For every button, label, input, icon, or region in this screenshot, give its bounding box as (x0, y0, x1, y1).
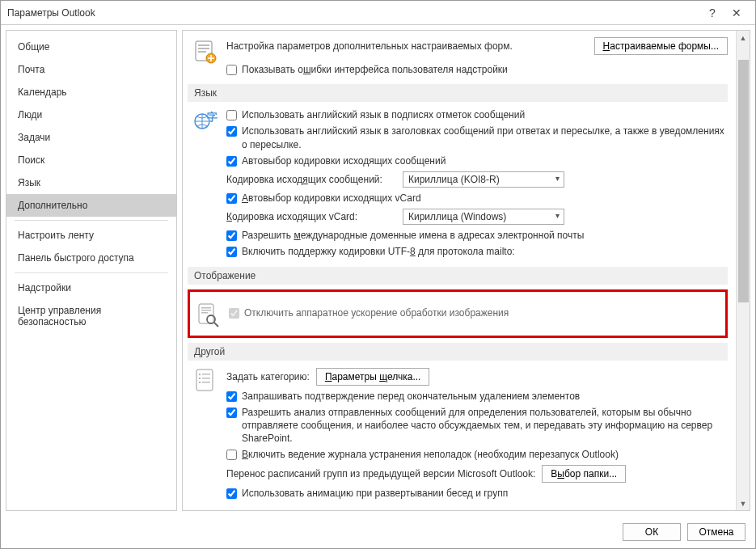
english-headers-checkbox[interactable] (226, 126, 237, 137)
svg-point-16 (199, 378, 201, 379)
vcard-encoding-label: Кодировка исходящих vCard: (226, 211, 396, 222)
svg-rect-1 (198, 44, 209, 46)
sidebar-item-search[interactable]: Поиск (6, 149, 176, 171)
form-settings-icon (192, 39, 218, 65)
english-signature-label: Использовать английский язык в подписях … (242, 108, 525, 121)
close-icon[interactable]: ✕ (724, 6, 749, 19)
allow-idn-checkbox[interactable] (226, 230, 237, 241)
set-category-label: Задать категорию: (226, 371, 310, 382)
svg-rect-7 (199, 304, 213, 323)
sidebar-item-people[interactable]: Люди (6, 103, 176, 126)
allow-idn-label: Разрешить международные доменные имена в… (242, 229, 584, 242)
dialog-footer: ОК Отмена (1, 516, 755, 548)
document-magnifier-icon (195, 302, 221, 327)
use-animation-label: Использовать анимацию при развертывании … (242, 487, 508, 500)
svg-rect-9 (201, 310, 211, 311)
click-params-button[interactable]: Параметры щелчка... (316, 368, 430, 386)
svg-rect-8 (201, 307, 211, 309)
sidebar-item-language[interactable]: Язык (6, 171, 176, 194)
select-folder-button[interactable]: Выбор папки... (542, 465, 626, 483)
troubleshoot-log-label: Включить ведение журнала устранения непо… (242, 448, 619, 461)
analyze-sent-checkbox[interactable] (226, 408, 237, 418)
utf8-mailto-checkbox[interactable] (226, 247, 237, 257)
auto-encoding-checkbox[interactable] (226, 156, 237, 167)
content-pane: Настройка параметров дополнительных наст… (183, 31, 736, 510)
forms-description: Настройка параметров дополнительных наст… (226, 40, 513, 52)
show-ui-errors-checkbox[interactable] (226, 65, 237, 75)
confirm-delete-label: Запрашивать подтверждение перед окончате… (242, 390, 580, 403)
help-icon[interactable]: ? (700, 6, 724, 19)
outgoing-encoding-combo[interactable]: Кириллица (KOI8-R) (403, 171, 564, 188)
utf8-mailto-label: Включить поддержку кодировки UTF-8 для п… (242, 245, 515, 258)
auto-encoding-label: Автовыбор кодировки исходящих сообщений (242, 154, 446, 167)
sidebar-item-tasks[interactable]: Задачи (6, 126, 176, 149)
sidebar-item-trust-center[interactable]: Центр управления безопасностью (6, 299, 176, 333)
title-bar: Параметры Outlook ? ✕ (1, 1, 755, 25)
svg-rect-17 (202, 378, 210, 379)
sidebar: Общие Почта Календарь Люди Задачи Поиск … (6, 30, 177, 511)
auto-vcard-encoding-label: Автовыбор кодировки исходящих vCard (242, 192, 421, 205)
svg-line-12 (214, 323, 218, 327)
sidebar-separator (15, 272, 168, 273)
svg-rect-19 (202, 382, 210, 383)
confirm-delete-checkbox[interactable] (226, 391, 237, 402)
troubleshoot-log-checkbox[interactable] (226, 450, 237, 460)
sidebar-item-general[interactable]: Общие (6, 36, 176, 58)
vcard-encoding-combo[interactable]: Кириллица (Windows) (403, 209, 564, 225)
custom-forms-button[interactable]: Настраиваемые формы... (594, 37, 728, 55)
section-header-other: Другой (188, 343, 728, 361)
sidebar-item-calendar[interactable]: Календарь (6, 81, 176, 103)
english-headers-label: Использовать английский язык в заголовка… (242, 125, 728, 150)
svg-text:字: 字 (207, 111, 218, 123)
cancel-button[interactable]: Отмена (687, 523, 745, 541)
migrate-schedules-label: Перенос расписаний групп из предыдущей в… (226, 468, 535, 479)
ok-button[interactable]: ОК (623, 523, 681, 541)
highlighted-gpu-option: Отключить аппаратное ускорение обработки… (188, 289, 728, 338)
english-signature-checkbox[interactable] (226, 110, 237, 120)
scroll-up-arrow-icon[interactable]: ▲ (737, 31, 750, 44)
svg-rect-2 (198, 48, 209, 49)
svg-point-18 (199, 382, 201, 383)
svg-rect-3 (198, 51, 206, 53)
show-ui-errors-label: Показывать ошибки интерфейса пользовател… (242, 63, 508, 76)
window-title: Параметры Outlook (7, 7, 700, 19)
section-header-display: Отображение (188, 267, 728, 285)
svg-rect-13 (196, 370, 213, 391)
sidebar-item-mail[interactable]: Почта (6, 58, 176, 81)
sidebar-item-customize-ribbon[interactable]: Настроить ленту (6, 224, 176, 247)
document-list-icon (192, 367, 218, 393)
sidebar-separator (15, 220, 168, 221)
disable-hardware-accel-label: Отключить аппаратное ускорение обработки… (244, 306, 509, 319)
sidebar-item-quick-access[interactable]: Панель быстрого доступа (6, 247, 176, 269)
sidebar-item-advanced[interactable]: Дополнительно (6, 194, 176, 217)
vertical-scrollbar[interactable]: ▲ ▼ (736, 31, 750, 510)
analyze-sent-label: Разрешить анализ отправленных сообщений … (242, 406, 728, 446)
svg-rect-10 (201, 312, 208, 314)
disable-hardware-accel-checkbox[interactable] (229, 308, 239, 319)
scroll-down-arrow-icon[interactable]: ▼ (737, 496, 750, 510)
scrollbar-thumb[interactable] (738, 60, 749, 302)
auto-vcard-encoding-checkbox[interactable] (226, 193, 237, 204)
svg-point-14 (199, 374, 201, 375)
sidebar-item-addins[interactable]: Надстройки (6, 277, 176, 299)
section-header-language: Язык (188, 84, 728, 102)
language-globe-icon: 字 (192, 108, 218, 134)
use-animation-checkbox[interactable] (226, 488, 237, 499)
outgoing-encoding-label: Кодировка исходящих сообщений: (226, 174, 396, 185)
svg-rect-15 (202, 374, 210, 375)
